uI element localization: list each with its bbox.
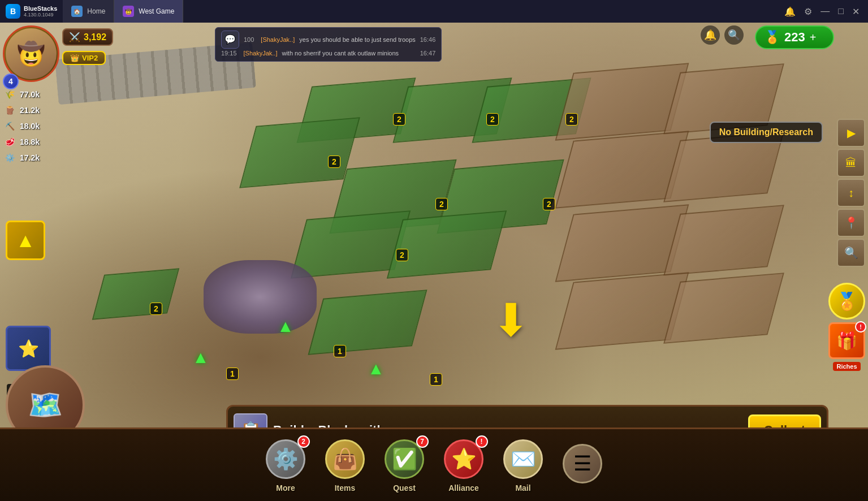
items-nav-icon: 👜 xyxy=(325,439,365,479)
farm-plot-9 xyxy=(92,268,179,319)
combat-value: 3,192 xyxy=(84,32,106,42)
nav-alliance[interactable]: ⭐ ! Alliance xyxy=(435,438,492,493)
iron-value: 17.2k xyxy=(20,153,40,162)
plot-num-6: 2 xyxy=(543,198,555,210)
mail-nav-icon: ✉️ xyxy=(503,439,543,479)
search-right-button[interactable]: 🔍 xyxy=(837,239,865,267)
expand-right-button[interactable]: ▶ xyxy=(837,119,865,147)
food-value: 77.0k xyxy=(20,90,40,99)
plot-num-2: 2 xyxy=(486,113,499,126)
chat-row-1: 💬 100 [ShakyJak..] yes you should be abl… xyxy=(221,31,435,49)
alliance-label: Alliance xyxy=(448,483,479,493)
close-button[interactable]: ✕ xyxy=(849,6,862,17)
up-arrow-button[interactable]: ▲ xyxy=(6,221,45,260)
empty-plot-8 xyxy=(663,273,784,344)
nav-menu[interactable]: ☰ xyxy=(554,443,611,488)
empty-plot-6 xyxy=(663,205,784,276)
home-tab-label: Home xyxy=(87,7,105,15)
stone-icon: ⛏️ xyxy=(3,119,16,133)
farm-plot-8 xyxy=(387,210,507,279)
notif-icon[interactable]: 🔔 xyxy=(781,6,798,17)
plot-num-11: 1 xyxy=(430,373,442,386)
plot-num-1: 2 xyxy=(393,113,405,126)
plot-num-7: 2 xyxy=(396,249,408,261)
riches-gift[interactable]: 🎁 ! xyxy=(828,322,865,359)
riches-badge[interactable]: 🏅 xyxy=(828,283,865,319)
plot-num-9: 1 xyxy=(334,345,346,357)
resource-row-food: 🌾 77.0k xyxy=(3,88,40,101)
game-tab-icon: 🤠 xyxy=(123,6,134,17)
nav-more[interactable]: ⚙️ 2 More xyxy=(257,438,314,493)
combat-power: ⚔️ 3,192 xyxy=(62,28,113,46)
green-arrow-1: ▲ xyxy=(277,317,294,336)
stone-value: 18.0k xyxy=(20,122,40,131)
gold-panel[interactable]: 🏅 223 + xyxy=(755,25,834,49)
iron-icon: ⚙️ xyxy=(3,151,16,165)
plot-num-3: 2 xyxy=(565,113,578,126)
nav-items[interactable]: 👜 Items xyxy=(317,438,373,493)
green-arrow-3: ▲ xyxy=(368,359,385,378)
plot-num-4: 2 xyxy=(328,156,340,168)
chat-time-2: 16:47 xyxy=(420,49,436,58)
top-right-icons: 🔔 🔍 xyxy=(701,25,744,45)
game-tab-label: West Game xyxy=(139,7,174,15)
avatar-image: 🤠 xyxy=(6,28,57,79)
alliance-badge: ! xyxy=(476,435,488,448)
bs-name: BlueStacks xyxy=(24,5,57,12)
food-icon: 🌾 xyxy=(3,88,16,101)
resource-row-wood: 🪵 21.2k xyxy=(3,103,40,117)
minimize-button[interactable]: — xyxy=(818,6,832,16)
plot-num-10: 1 xyxy=(226,368,239,380)
nav-quest[interactable]: ✅ 7 Quest xyxy=(376,438,433,493)
game-area: 2 2 2 2 2 2 2 2 1 1 1 ▲ ▲ ▲ 💬 100 [Shaky… xyxy=(0,23,868,501)
zoom-button[interactable]: ↕ xyxy=(837,179,865,207)
mail-label: Mail xyxy=(515,483,530,493)
search-top-icon[interactable]: 🔍 xyxy=(724,25,744,45)
combat-icon: ⚔️ xyxy=(69,32,80,42)
gold-add-icon[interactable]: + xyxy=(810,31,817,44)
location-button[interactable]: 📍 xyxy=(837,209,865,237)
menu-icon-wrap: ☰ xyxy=(562,443,604,485)
items-icon-wrap: 👜 xyxy=(324,438,366,481)
resource-row-iron: ⚙️ 17.2k xyxy=(3,151,40,165)
more-icon-wrap: ⚙️ 2 xyxy=(265,438,307,481)
maximize-button[interactable]: □ xyxy=(835,6,847,16)
chat-time-before-1: 100 xyxy=(244,35,254,45)
items-label: Items xyxy=(335,483,356,493)
chat-time-before-2: 19:15 xyxy=(221,49,237,58)
quest-icon-wrap: ✅ 7 xyxy=(383,438,426,481)
bs-version: 4.130.0.1049 xyxy=(24,12,57,18)
resource-row-stone: ⛏️ 18.0k xyxy=(3,119,40,133)
farm-plot-4 xyxy=(239,117,360,188)
no-building-text: No Building/Research xyxy=(719,127,813,137)
mail-icon-wrap: ✉️ xyxy=(502,438,545,481)
wood-value: 21.2k xyxy=(20,106,40,115)
meat-icon: 🥩 xyxy=(3,135,16,149)
wood-icon: 🪵 xyxy=(3,103,16,117)
bs-settings-icon[interactable]: ⚙ xyxy=(801,6,815,17)
notification-icon[interactable]: 🔔 xyxy=(701,25,720,45)
riches-gift-badge: ! xyxy=(855,321,866,332)
quest-badge: 7 xyxy=(416,435,429,448)
vip-badge: 👑 VIP2 xyxy=(62,51,106,65)
chat-notification: 💬 100 [ShakyJak..] yes you should be abl… xyxy=(215,27,442,62)
nav-mail[interactable]: ✉️ Mail xyxy=(495,438,551,493)
building-button[interactable]: 🏛 xyxy=(837,149,865,177)
up-arrow-icon: ▲ xyxy=(16,229,36,252)
quest-star-button[interactable]: ⭐ xyxy=(6,326,51,371)
chat-icon-1: 💬 xyxy=(221,31,239,49)
chat-msg-2: with no sherrif you cant atk outlaw mini… xyxy=(282,49,399,58)
tab-west-game[interactable]: 🤠 West Game xyxy=(114,0,183,23)
gold-value: 223 xyxy=(784,30,805,45)
level-number: 4 xyxy=(8,77,13,86)
quest-label: Quest xyxy=(393,483,416,493)
no-building-notice: No Building/Research xyxy=(710,122,823,143)
tab-home[interactable]: 🏠 Home xyxy=(63,0,114,23)
bottom-nav: ⚙️ 2 More 👜 Items ✅ 7 Quest ⭐ ! Alliance xyxy=(0,427,868,501)
level-badge: 4 xyxy=(3,74,19,89)
mine-rock xyxy=(204,260,317,334)
vip-icon: 👑 xyxy=(70,54,79,62)
farm-plot-10 xyxy=(308,290,427,355)
chat-time-1: 16:46 xyxy=(420,35,436,45)
resource-row-meat: 🥩 18.8k xyxy=(3,135,40,149)
